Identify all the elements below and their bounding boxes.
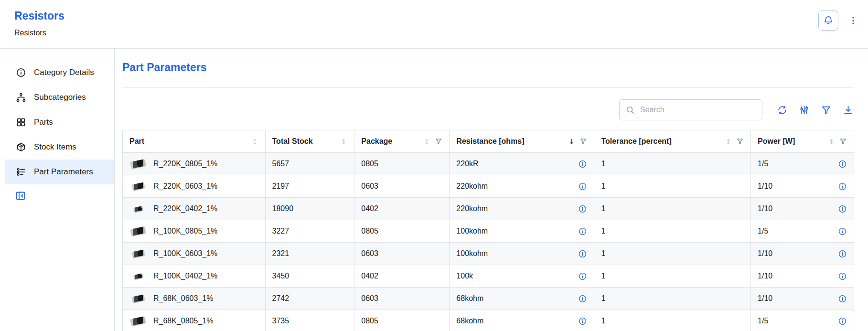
cell-value: 220kohm (456, 182, 488, 191)
column-header-part[interactable]: Part (123, 130, 266, 153)
part-thumbnail[interactable] (129, 160, 147, 167)
sort-desc-icon[interactable] (568, 138, 575, 145)
column-header-tolerance-percent[interactable]: Tolerance [percent] (594, 130, 751, 153)
breadcrumb[interactable]: Resistors (14, 29, 64, 37)
column-header-package[interactable]: Package (354, 130, 450, 153)
part-name[interactable]: R_100K_0805_1% (153, 227, 217, 235)
filter-button[interactable] (820, 104, 832, 116)
sort-icon[interactable] (828, 138, 835, 145)
sidebar-item-parts[interactable]: Parts (5, 110, 114, 135)
part-cell: R_100K_0402_1% (123, 265, 266, 288)
cell-value: 1/5 (758, 227, 768, 235)
divider (122, 87, 854, 88)
info-circle-icon[interactable] (838, 294, 847, 303)
info-circle-icon[interactable] (578, 317, 587, 326)
column-header-total-stock[interactable]: Total Stock (265, 130, 354, 153)
sidebar-item-stock-items[interactable]: Stock Items (5, 135, 114, 160)
power-cell: 1/5 (751, 153, 854, 175)
cell-value: 220kohm (456, 204, 488, 213)
part-name[interactable]: R_100K_0402_1% (153, 272, 217, 280)
grid-icon (16, 117, 26, 128)
table-row[interactable]: R_100K_0805_1%32270805100kohm11/5 (123, 220, 854, 243)
cell-value: 100k (456, 272, 473, 280)
column-label: Part (129, 137, 144, 146)
search-box[interactable] (619, 99, 762, 120)
table-row[interactable]: R_68K_0805_1%3735080568kohm11/5 (123, 310, 854, 331)
part-cell: R_68K_0603_1% (123, 288, 266, 310)
resistance-cell: 68kohm (450, 288, 594, 310)
info-circle-icon[interactable] (838, 249, 847, 258)
part-name[interactable]: R_220K_0402_1% (153, 204, 217, 213)
tolerance-cell: 1 (594, 265, 751, 288)
refresh-button[interactable] (776, 104, 788, 116)
column-settings-button[interactable] (798, 104, 810, 116)
sort-icon[interactable] (251, 138, 258, 145)
part-name[interactable]: R_220K_0603_1% (153, 182, 217, 191)
part-name[interactable]: R_220K_0805_1% (153, 160, 217, 168)
sort-icon[interactable] (340, 138, 347, 145)
column-filter-icon[interactable] (839, 138, 847, 145)
sidebar-item-category-details[interactable]: Category Details (5, 60, 114, 85)
tolerance-cell: 1 (594, 198, 751, 220)
info-circle-icon[interactable] (578, 227, 587, 236)
info-circle-icon[interactable] (838, 182, 847, 191)
column-filter-icon[interactable] (435, 138, 442, 145)
info-icon (16, 67, 26, 78)
cell-value: 1/5 (758, 160, 768, 168)
overflow-menu-button[interactable] (846, 11, 860, 31)
resistor-chip-image (130, 316, 146, 326)
info-circle-icon[interactable] (578, 160, 587, 169)
sort-icon[interactable] (725, 138, 732, 145)
info-circle-icon[interactable] (838, 227, 847, 236)
info-circle-icon[interactable] (838, 317, 847, 326)
part-name[interactable]: R_68K_0805_1% (153, 317, 213, 325)
header-titles: Resistors Resistors (14, 10, 64, 37)
collapse-sidebar-button[interactable] (15, 190, 26, 202)
part-thumbnail[interactable] (129, 296, 147, 301)
total-stock-cell: 3735 (265, 310, 354, 331)
sort-icon[interactable] (423, 138, 430, 145)
table-header-row: PartTotal StockPackageResistance [ohms]T… (123, 130, 854, 153)
power-cell: 1/5 (751, 220, 854, 243)
info-circle-icon[interactable] (578, 204, 587, 214)
part-thumbnail[interactable] (129, 274, 147, 278)
part-thumbnail[interactable] (129, 207, 147, 211)
column-header-power-w[interactable]: Power [W] (751, 130, 854, 153)
part-thumbnail[interactable] (129, 228, 147, 235)
info-circle-icon[interactable] (578, 249, 587, 258)
part-thumbnail[interactable] (129, 251, 147, 256)
table-row[interactable]: R_100K_0402_1%34500402100k11/10 (123, 265, 854, 288)
package-cell: 0603 (354, 243, 450, 265)
sidebar-item-label: Subcategories (34, 93, 86, 102)
notifications-button[interactable] (818, 11, 838, 31)
resistance-cell: 220kohm (450, 198, 594, 220)
column-filter-icon[interactable] (736, 138, 744, 145)
column-filter-icon[interactable] (579, 138, 587, 145)
info-circle-icon[interactable] (838, 204, 847, 214)
table-row[interactable]: R_68K_0603_1%2742060368kohm11/10 (123, 288, 854, 310)
resistance-cell: 68kohm (450, 310, 594, 331)
table-row[interactable]: R_220K_0603_1%21970603220kohm11/10 (123, 175, 854, 198)
part-thumbnail[interactable] (129, 183, 147, 189)
table-row[interactable]: R_100K_0603_1%23210603100kohm11/10 (123, 243, 854, 265)
part-name[interactable]: R_100K_0603_1% (153, 249, 217, 258)
tolerance-cell: 1 (594, 243, 751, 265)
column-label: Tolerance [percent] (601, 137, 671, 146)
info-circle-icon[interactable] (578, 182, 587, 191)
export-button[interactable] (842, 104, 854, 116)
power-cell: 1/5 (751, 310, 854, 331)
column-label: Resistance [ohms] (456, 137, 524, 146)
table-row[interactable]: R_220K_0805_1%56570805220kR11/5 (123, 153, 854, 175)
column-header-resistance-ohms[interactable]: Resistance [ohms] (450, 130, 594, 153)
total-stock-cell: 2321 (265, 243, 354, 265)
part-thumbnail[interactable] (129, 318, 147, 324)
sidebar-item-part-parameters[interactable]: Part Parameters (5, 160, 114, 184)
search-input[interactable] (639, 105, 756, 115)
part-name[interactable]: R_68K_0603_1% (153, 294, 213, 303)
sidebar-item-subcategories[interactable]: Subcategories (5, 85, 114, 110)
table-row[interactable]: R_220K_0402_1%180900402220kohm11/10 (123, 198, 854, 220)
info-circle-icon[interactable] (578, 294, 587, 303)
info-circle-icon[interactable] (838, 272, 847, 281)
info-circle-icon[interactable] (578, 272, 587, 281)
info-circle-icon[interactable] (838, 160, 847, 169)
